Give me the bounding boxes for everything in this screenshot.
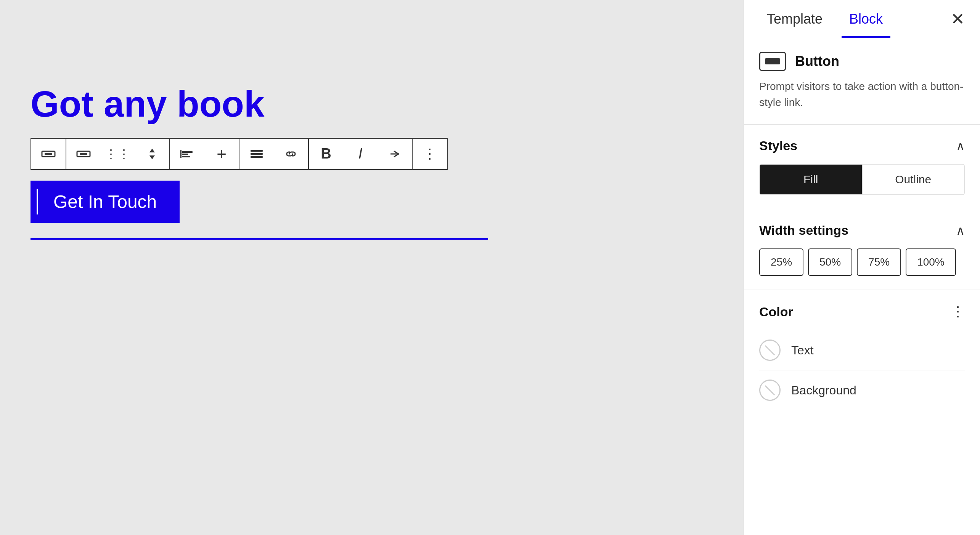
svg-rect-3 [80,153,87,155]
toolbar-group-more: ⋮ [413,139,447,169]
width-100-button[interactable]: 100% [906,248,956,276]
bold-button[interactable]: B [309,139,343,169]
width-25-button[interactable]: 25% [759,248,803,276]
align-left-button[interactable] [170,139,204,169]
more-text-button[interactable] [378,139,412,169]
svg-rect-8 [251,150,263,152]
italic-button[interactable]: I [343,139,378,169]
block-info-section: Button Prompt visitors to take action wi… [744,38,980,125]
color-title: Color [759,304,793,319]
outline-style-button[interactable]: Outline [863,165,964,194]
move-updown-button[interactable] [135,139,169,169]
svg-rect-6 [182,156,190,157]
toolbar-group-format [239,139,309,169]
toolbar-group-align: + [170,139,239,169]
styles-chevron[interactable]: ∧ [956,139,965,153]
color-header: Color ⋮ [759,304,965,320]
toolbar-group-transform: ⋮⋮ [66,139,170,169]
panel-header: Template Block ✕ [744,0,980,38]
button-icon-inner [765,58,780,64]
button-icon [759,52,786,71]
drag-handle-button[interactable]: ⋮⋮ [101,139,135,169]
background-color-item[interactable]: Background [759,370,965,410]
width-settings-section: Width settings ∧ 25% 50% 75% 100% [744,209,980,290]
toolbar-group-type [31,139,66,169]
text-color-label: Text [791,343,814,357]
tab-template[interactable]: Template [759,0,830,38]
text-color-item[interactable]: Text [759,330,965,370]
styles-section: Styles ∧ Fill Outline [744,125,980,209]
separator-line [31,238,488,240]
block-name: Button [795,53,839,69]
link-button[interactable] [274,139,308,169]
align-options-button[interactable] [239,139,274,169]
svg-rect-4 [182,151,193,153]
canvas-content: Got any book ⋮⋮ [31,84,713,240]
styles-options: Fill Outline [759,164,965,195]
svg-rect-1 [45,153,52,155]
width-chevron[interactable]: ∧ [956,223,965,238]
transform-button[interactable] [66,139,101,169]
block-info-header: Button [759,52,965,71]
close-button[interactable]: ✕ [951,11,965,27]
width-title: Width settings [759,223,848,238]
tab-block[interactable]: Block [842,0,890,38]
svg-rect-5 [182,154,188,155]
text-color-circle [759,340,781,361]
background-color-circle [759,380,781,401]
width-50-button[interactable]: 50% [808,248,852,276]
fill-style-button[interactable]: Fill [760,165,863,194]
svg-rect-7 [180,150,182,158]
width-header: Width settings ∧ [759,223,965,238]
color-section: Color ⋮ Text Background [744,290,980,424]
add-block-button[interactable]: + [204,139,239,169]
toolbar-group-text: B I [309,139,413,169]
button-block[interactable]: Get In Touch [31,181,180,223]
canvas-area: Got any book ⋮⋮ [0,0,744,535]
width-options: 25% 50% 75% 100% [759,248,965,276]
width-75-button[interactable]: 75% [857,248,901,276]
styles-header: Styles ∧ [759,138,965,153]
right-panel: Template Block ✕ Button Prompt visitors … [744,0,980,535]
styles-title: Styles [759,138,797,153]
svg-rect-10 [251,156,263,158]
button-block-text: Get In Touch [53,192,157,212]
block-toolbar: ⋮⋮ + [31,138,448,170]
canvas-heading: Got any book [31,84,713,124]
block-description: Prompt visitors to take action with a bu… [759,78,965,111]
color-more[interactable]: ⋮ [951,304,965,320]
more-options-button[interactable]: ⋮ [413,139,447,169]
block-type-button[interactable] [31,139,66,169]
svg-rect-9 [251,153,263,155]
background-color-label: Background [791,383,856,397]
